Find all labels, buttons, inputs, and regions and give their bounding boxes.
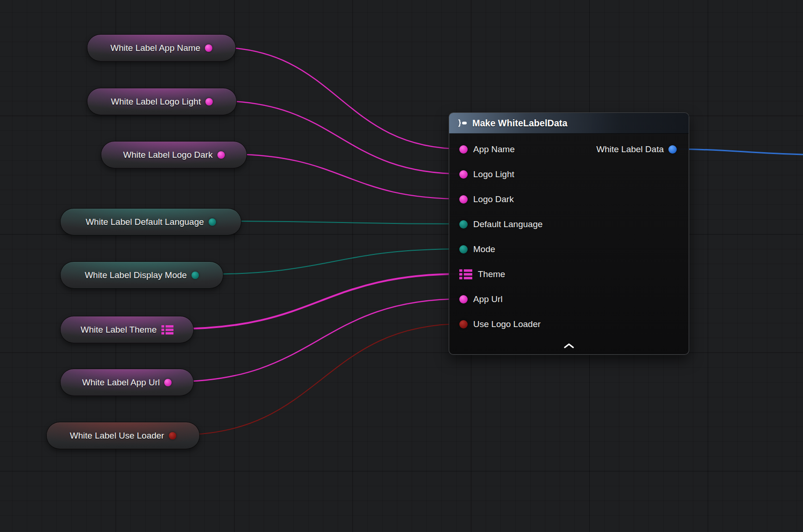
pin-row-logo-light: Logo Light [449, 162, 689, 187]
node-white-label-logo-dark[interactable]: White Label Logo Dark [101, 141, 247, 168]
pin-row-app-url: App Url [449, 287, 689, 312]
node-label: White Label App Name [111, 43, 200, 53]
pin-label: App Url [473, 294, 502, 304]
blueprint-graph-canvas[interactable]: White Label App Name White Label Logo Li… [0, 0, 803, 532]
node-header[interactable]: Make WhiteLabelData [449, 113, 689, 134]
node-label: White Label Logo Dark [123, 150, 212, 160]
node-title: Make WhiteLabelData [472, 118, 568, 129]
node-white-label-use-loader[interactable]: White Label Use Loader [46, 422, 200, 449]
output-pin-white-label-data[interactable] [668, 145, 677, 154]
wire-logo-light [216, 101, 463, 174]
node-make-whitelabeldata[interactable]: Make WhiteLabelData App Name Logo Light … [449, 112, 689, 355]
input-pin-mode[interactable] [459, 245, 468, 254]
collapse-chevron-button[interactable] [559, 340, 579, 352]
node-white-label-app-name[interactable]: White Label App Name [87, 34, 236, 62]
node-label: White Label Default Language [86, 217, 204, 227]
input-pin-logo-dark[interactable] [459, 195, 468, 204]
input-pin-use-logo-loader[interactable] [459, 320, 468, 328]
pin-label: App Name [473, 144, 515, 155]
node-label: White Label Use Loader [70, 431, 164, 441]
wire-logo-dark [227, 154, 463, 199]
pin-label: Logo Dark [473, 194, 514, 204]
output-pin-white-label-logo-dark[interactable] [217, 151, 225, 159]
pin-row-theme: Theme [449, 262, 689, 287]
pin-row-white-label-data: White Label Data [596, 137, 689, 162]
input-pin-default-language[interactable] [459, 220, 468, 229]
input-pin-list: App Name Logo Light Logo Dark Default La… [449, 133, 689, 337]
pin-label: Use Logo Loader [473, 319, 541, 329]
output-pin-white-label-logo-light[interactable] [205, 98, 213, 105]
pin-row-use-logo-loader: Use Logo Loader [449, 312, 689, 337]
wire-app-name [216, 47, 463, 149]
node-white-label-display-mode[interactable]: White Label Display Mode [60, 261, 223, 289]
output-pin-white-label-display-mode[interactable] [191, 272, 199, 279]
node-label: White Label Display Mode [85, 270, 187, 280]
struct-grid-pin-icon[interactable] [459, 269, 472, 279]
pin-row-mode: Mode [449, 237, 689, 262]
node-label: White Label App Url [82, 377, 160, 388]
output-pin-white-label-use-loader[interactable] [169, 432, 176, 439]
node-white-label-logo-light[interactable]: White Label Logo Light [87, 88, 237, 115]
wire-display-mode [203, 249, 463, 274]
node-label: White Label Theme [80, 325, 156, 335]
pin-label: White Label Data [596, 144, 664, 155]
make-struct-icon [456, 119, 468, 127]
node-white-label-default-language[interactable]: White Label Default Language [60, 208, 241, 235]
pin-label: Mode [473, 244, 495, 254]
output-pin-white-label-default-language[interactable] [209, 218, 216, 226]
wire-default-language [222, 221, 463, 224]
output-pin-white-label-app-name[interactable] [205, 44, 212, 52]
input-pin-app-url[interactable] [459, 295, 468, 303]
chevron-up-icon [564, 343, 574, 348]
output-pin-white-label-app-url[interactable] [164, 379, 172, 386]
struct-grid-pin-icon[interactable] [161, 325, 173, 334]
pin-label: Logo Light [473, 169, 514, 179]
pin-label: Default Language [473, 219, 543, 229]
node-white-label-theme[interactable]: White Label Theme [60, 316, 194, 343]
wire-app-url [174, 299, 463, 382]
pin-row-logo-dark: Logo Dark [449, 187, 689, 212]
input-pin-logo-light[interactable] [459, 170, 468, 179]
pin-row-default-language: Default Language [449, 212, 689, 237]
wire-white-label-data-output [672, 149, 803, 155]
input-pin-app-name[interactable] [459, 145, 468, 154]
pin-label: Theme [478, 269, 505, 279]
node-label: White Label Logo Light [111, 97, 201, 107]
node-white-label-app-url[interactable]: White Label App Url [60, 369, 194, 396]
wire-use-loader [180, 324, 463, 435]
